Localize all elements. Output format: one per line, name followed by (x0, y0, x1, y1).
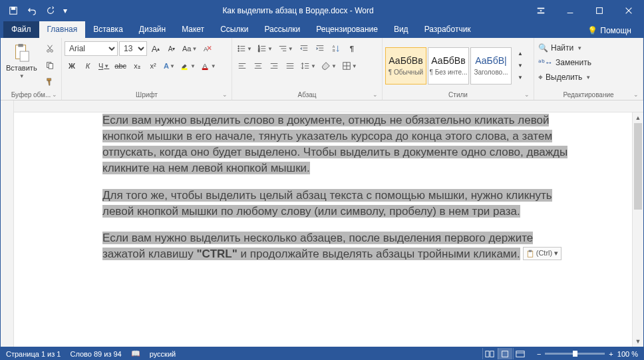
font-size-select[interactable]: 13 (119, 41, 147, 56)
vertical-scrollbar[interactable]: ▲ ▼ (632, 112, 643, 347)
decrease-indent-button[interactable] (297, 41, 311, 56)
svg-rect-3 (538, 13, 545, 14)
cut-button[interactable] (43, 41, 57, 56)
status-words[interactable]: Слово 89 из 94 (70, 350, 121, 358)
svg-rect-2 (538, 8, 545, 9)
svg-point-19 (238, 46, 240, 47)
align-center-button[interactable] (251, 59, 265, 73)
font-color-button[interactable]: A▼ (199, 59, 218, 73)
tab-review[interactable]: Рецензирование (308, 21, 386, 38)
sort-button[interactable]: AЯ (329, 41, 343, 56)
style-heading1[interactable]: АаБбВ|Заголово... (470, 47, 512, 85)
clear-format-button[interactable]: A (200, 41, 215, 56)
maximize-icon[interactable] (585, 1, 614, 21)
tab-developer[interactable]: Разработчик (416, 21, 479, 38)
undo-icon[interactable] (23, 2, 41, 19)
italic-button[interactable]: К (80, 59, 95, 73)
replace-button[interactable]: ᵃᵇ↔Заменить (537, 56, 593, 69)
bold-button[interactable]: Ж (65, 59, 79, 73)
tab-mailings[interactable]: Рассылки (256, 21, 308, 38)
copy-button[interactable] (43, 58, 57, 73)
text-effects-button[interactable]: A▼ (162, 59, 177, 73)
horizontal-ruler[interactable] (14, 100, 643, 112)
borders-button[interactable]: ▼ (340, 59, 359, 73)
svg-text:3: 3 (258, 49, 260, 53)
change-case-button[interactable]: Aa▼ (180, 41, 199, 56)
group-editing: Редактирование (537, 90, 640, 100)
font-name-select[interactable]: Arial (65, 41, 118, 56)
superscript-button[interactable]: x² (146, 59, 160, 73)
svg-text:A: A (202, 62, 207, 69)
select-button[interactable]: ⌖Выделить▼ (537, 71, 593, 84)
search-icon: 🔍 (538, 43, 548, 53)
redo-icon[interactable] (42, 2, 59, 19)
find-button[interactable]: 🔍Найти▼ (537, 41, 593, 55)
tab-layout[interactable]: Макет (174, 21, 212, 38)
show-marks-button[interactable]: ¶ (345, 41, 359, 56)
tab-references[interactable]: Ссылки (212, 21, 256, 38)
svg-rect-1 (11, 7, 15, 10)
ribbon-options-icon[interactable] (526, 1, 556, 21)
line-spacing-button[interactable]: ▼ (299, 59, 318, 73)
group-clipboard: Буфер обм... (3, 90, 59, 100)
tab-file[interactable]: Файл (3, 21, 39, 38)
shading-button[interactable]: ▼ (319, 59, 339, 73)
scrollbar-thumb[interactable] (634, 123, 642, 210)
svg-rect-18 (202, 69, 208, 71)
highlight-button[interactable]: ▼ (178, 59, 198, 73)
scroll-up-icon[interactable]: ▲ (633, 112, 643, 123)
format-painter-button[interactable] (43, 75, 57, 89)
strike-button[interactable]: abc (112, 59, 128, 73)
style-normal[interactable]: АаБбВв¶ Обычный (385, 47, 426, 85)
subscript-button[interactable]: x₂ (130, 59, 144, 73)
svg-point-12 (51, 50, 53, 53)
group-styles: Стили (385, 90, 531, 100)
tab-insert[interactable]: Вставка (85, 21, 131, 38)
grow-font-button[interactable]: A▴ (148, 41, 163, 56)
align-right-button[interactable] (267, 59, 281, 73)
status-language[interactable]: русский (150, 350, 176, 358)
paste-button[interactable]: Вставить ▼ (3, 41, 40, 81)
web-layout-button[interactable] (513, 348, 528, 360)
style-nospacing[interactable]: АаБбВв¶ Без инте... (428, 47, 469, 85)
svg-rect-62 (486, 351, 489, 357)
styles-gallery-scroll[interactable]: ▲ ▼ ▼ (513, 48, 528, 84)
zoom-slider[interactable] (545, 353, 605, 355)
svg-point-23 (238, 51, 240, 52)
increase-indent-button[interactable] (313, 41, 327, 56)
justify-button[interactable] (283, 59, 297, 73)
svg-rect-61 (529, 250, 532, 252)
tab-design[interactable]: Дизайн (131, 21, 174, 38)
numbering-button[interactable]: 123▼ (255, 41, 275, 56)
status-page[interactable]: Страница 1 из 1 (6, 350, 61, 358)
window-title: Как выделить абзац в Ворде.docx - Word (70, 6, 526, 15)
close-icon[interactable] (614, 1, 643, 21)
document-page[interactable]: Если вам нужно выделить слово в документ… (76, 112, 581, 286)
align-left-button[interactable] (235, 59, 249, 73)
zoom-level[interactable]: 100 % (617, 350, 638, 358)
tab-view[interactable]: Вид (386, 21, 416, 38)
svg-text:A: A (204, 45, 208, 53)
vertical-ruler[interactable] (1, 100, 14, 347)
qat-customize-icon[interactable]: ▾ (61, 2, 70, 19)
multilevel-button[interactable]: ▼ (276, 41, 295, 56)
svg-rect-14 (49, 63, 53, 69)
tell-me[interactable]: 💡Помощн (582, 23, 637, 38)
tab-home[interactable]: Главная (39, 21, 86, 38)
save-icon[interactable] (5, 2, 22, 19)
shrink-font-button[interactable]: A▾ (164, 41, 179, 56)
svg-rect-10 (20, 51, 29, 61)
read-mode-button[interactable] (482, 348, 497, 360)
status-proofing-icon[interactable]: 📖 (131, 349, 140, 358)
group-paragraph: Абзац (235, 90, 379, 100)
zoom-out-button[interactable]: − (537, 350, 541, 358)
replace-icon: ᵃᵇ↔ (538, 58, 553, 67)
bullets-button[interactable]: ▼ (235, 41, 254, 56)
svg-rect-9 (19, 44, 24, 47)
underline-button[interactable]: Ч▼ (96, 59, 111, 73)
zoom-in-button[interactable]: + (609, 350, 613, 358)
scroll-down-icon[interactable]: ▼ (633, 336, 643, 347)
minimize-icon[interactable] (556, 1, 585, 21)
print-layout-button[interactable] (498, 348, 512, 360)
paste-options-button[interactable]: (Ctrl) ▾ (523, 247, 562, 260)
